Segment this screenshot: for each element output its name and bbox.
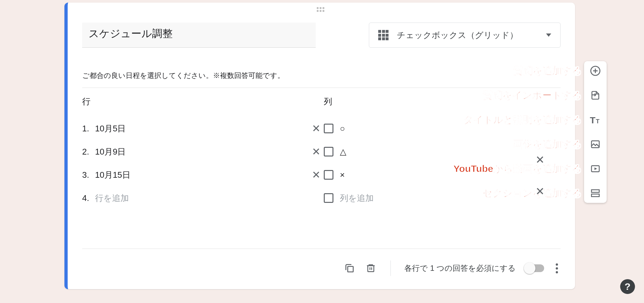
col-value[interactable]: × — [340, 170, 345, 180]
close-icon[interactable]: ✕ — [308, 122, 324, 135]
rows-list: 1. 10月5日 ✕ 2. 10月9日 ✕ 3. 10月15日 ✕ 4. 行を追… — [82, 117, 324, 210]
divider — [390, 260, 391, 276]
svg-text:T: T — [590, 115, 595, 125]
checkbox-icon — [324, 147, 333, 156]
close-icon[interactable]: ✕ — [535, 185, 544, 198]
toolbar-label: 画像を追加する — [513, 138, 582, 151]
import-questions-button[interactable]: 質問をインポートする — [590, 90, 601, 101]
close-icon[interactable]: ✕ — [308, 169, 324, 181]
add-row-label: 行を追加 — [95, 193, 324, 204]
side-toolbar: 質問を追加する 質問をインポートする T T タイトルと説明を追加する 画像を追… — [584, 61, 607, 203]
col-value[interactable]: △ — [340, 147, 346, 157]
toolbar-label: 質問を追加する — [513, 64, 582, 78]
row-number: 3. — [82, 170, 95, 180]
svg-rect-0 — [348, 266, 353, 272]
duplicate-button[interactable] — [343, 262, 356, 274]
svg-rect-7 — [591, 190, 599, 192]
add-title-button[interactable]: T T タイトルと説明を追加する — [590, 114, 601, 126]
row-item[interactable]: 2. 10月9日 ✕ — [82, 140, 324, 163]
svg-rect-8 — [591, 194, 599, 197]
col-value[interactable]: ○ — [340, 124, 345, 134]
add-row-button[interactable]: 4. 行を追加 — [82, 186, 324, 210]
question-header-row: チェックボックス（グリッド） — [82, 23, 561, 48]
row-number: 1. — [82, 124, 95, 134]
required-toggle-label: 各行で 1 つの回答を必須にする — [404, 263, 516, 273]
chevron-down-icon — [546, 33, 551, 37]
toolbar-label: 質問をインポートする — [483, 89, 582, 102]
question-card: チェックボックス（グリッド） ご都合の良い日程を選択してください。※複数回答可能… — [64, 3, 575, 289]
row-item[interactable]: 3. 10月15日 ✕ — [82, 163, 324, 186]
toolbar-label: YouTubeから動画を追加する — [453, 162, 582, 175]
delete-button[interactable] — [365, 262, 377, 274]
footer-separator — [82, 249, 561, 249]
row-item[interactable]: 1. 10月5日 ✕ — [82, 117, 324, 140]
help-button[interactable]: ? — [620, 279, 635, 294]
checkbox-icon — [324, 193, 333, 203]
row-number: 4. — [82, 193, 95, 203]
close-icon[interactable]: ✕ — [535, 153, 544, 166]
row-number: 2. — [82, 147, 95, 157]
rows-header: 行 — [82, 96, 324, 107]
question-type-selector[interactable]: チェックボックス（グリッド） — [369, 23, 561, 48]
add-col-label: 列を追加 — [340, 193, 374, 204]
question-footer: 各行で 1 つの回答を必須にする — [82, 257, 561, 279]
svg-text:T: T — [596, 118, 600, 125]
toolbar-label: セクションを追加する — [483, 187, 582, 200]
row-value[interactable]: 10月15日 — [95, 169, 308, 181]
add-question-button[interactable]: 質問を追加する — [590, 65, 601, 77]
question-title-input[interactable] — [82, 23, 316, 48]
question-type-label: チェックボックス（グリッド） — [397, 30, 546, 41]
question-description[interactable]: ご都合の良い日程を選択してください。※複数回答可能です。 — [82, 71, 561, 88]
add-image-button[interactable]: 画像を追加する — [590, 138, 601, 150]
add-section-button[interactable]: セクションを追加する — [590, 187, 601, 199]
required-toggle[interactable] — [525, 264, 544, 272]
row-value[interactable]: 10月9日 — [95, 146, 308, 157]
close-icon[interactable]: ✕ — [308, 146, 324, 158]
row-value[interactable]: 10月5日 — [95, 123, 308, 134]
svg-rect-1 — [368, 266, 374, 272]
checkbox-icon — [324, 170, 333, 180]
toolbar-label: タイトルと説明を追加する — [463, 113, 582, 127]
drag-handle-icon[interactable] — [317, 7, 326, 12]
checkbox-icon — [324, 124, 333, 133]
more-options-button[interactable] — [553, 261, 561, 276]
grid-icon — [378, 30, 389, 40]
add-video-button[interactable]: YouTubeから動画を追加する — [590, 163, 601, 175]
